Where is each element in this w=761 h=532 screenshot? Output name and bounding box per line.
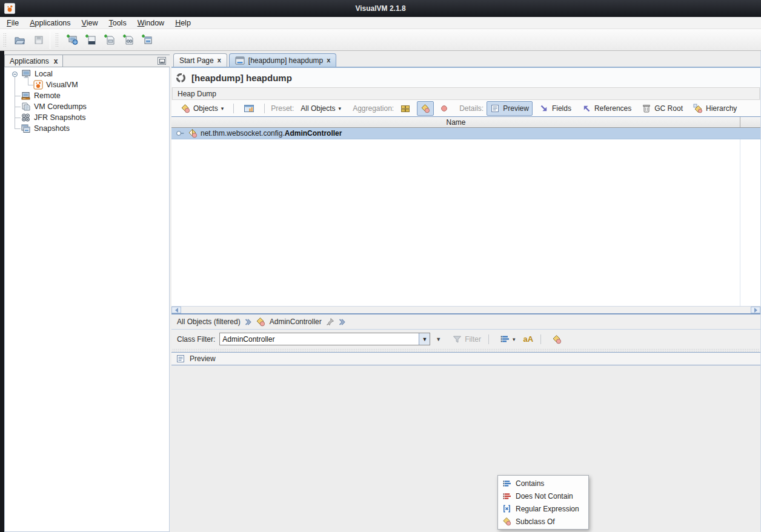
- heap-properties-button[interactable]: [240, 101, 258, 116]
- menu-view[interactable]: View: [76, 18, 104, 28]
- menu-item-label: Contains: [516, 479, 544, 488]
- window-title: VisualVM 2.1.8: [0, 4, 761, 13]
- details-references-toggle[interactable]: References: [578, 101, 635, 116]
- preview-panel-header[interactable]: Preview: [171, 352, 760, 365]
- pin-icon[interactable]: [326, 318, 334, 326]
- menu-window[interactable]: Window: [132, 18, 170, 28]
- subclass-icon: [502, 517, 511, 526]
- table-row-admincontroller[interactable]: net.thm.websocket.config.AdminController: [171, 128, 760, 139]
- fields-arrow-icon: [539, 104, 549, 113]
- menu-item-label: Does Not Contain: [516, 492, 573, 500]
- scroll-left-button[interactable]: [171, 307, 181, 313]
- class-icon: [188, 128, 198, 138]
- add-jmx-connection-icon: [85, 34, 97, 45]
- details-gcroot-toggle[interactable]: GC Root: [638, 101, 686, 116]
- match-case-button[interactable]: aA: [523, 334, 533, 344]
- document-tabs: Start Page x [heapdump] heapdump x: [171, 51, 760, 68]
- menu-file[interactable]: File: [1, 18, 24, 28]
- menu-item-regular-expression[interactable]: Regular Expression: [499, 502, 588, 515]
- tree-item-vm-coredumps[interactable]: VM Coredumps: [5, 101, 169, 112]
- add-jmx-connection-button[interactable]: [82, 32, 99, 48]
- references-toggle-label: References: [594, 104, 631, 113]
- aggregation-classes-button[interactable]: [417, 101, 434, 116]
- add-jfr-snapshot-button[interactable]: [120, 32, 136, 48]
- chevron-icon[interactable]: [339, 318, 345, 326]
- class-filter-row: Class Filter: ▼ ▼ Filter ▾: [171, 330, 760, 348]
- preset-dropdown[interactable]: All Objects ▾: [297, 102, 345, 115]
- main-toolbar: [0, 29, 761, 51]
- collapse-handle-icon[interactable]: [12, 71, 18, 78]
- tree-item-snapshots[interactable]: Snapshots: [5, 123, 169, 134]
- filter-apply-button[interactable]: Filter: [453, 335, 481, 344]
- filter-history-dropdown[interactable]: ▼: [434, 336, 442, 342]
- class-icon: [552, 334, 562, 344]
- fields-toggle-label: Fields: [552, 104, 571, 113]
- page-title: [heapdump] heapdump: [191, 73, 292, 83]
- objects-dropdown-button[interactable]: Objects ▾: [177, 101, 227, 116]
- close-icon[interactable]: x: [218, 58, 221, 63]
- add-app-snapshot-icon: [141, 34, 153, 45]
- toolbar-drag-handle[interactable]: [55, 33, 59, 47]
- chevron-down-icon: ▾: [339, 106, 342, 111]
- menu-item-contains[interactable]: Contains: [499, 477, 588, 490]
- tab-heapdump[interactable]: [heapdump] heapdump x: [229, 53, 337, 67]
- preview-icon: [176, 354, 185, 364]
- toolbar-drag-handle[interactable]: [3, 33, 7, 47]
- hierarchy-toggle-label: Hierarchy: [706, 104, 737, 113]
- tree-item-label: VM Coredumps: [34, 102, 87, 111]
- menu-tools[interactable]: Tools: [103, 18, 131, 28]
- heap-dump-section-bar: Heap Dump: [172, 87, 760, 100]
- menu-applications[interactable]: Applications: [24, 18, 76, 28]
- bottom-fill: [171, 365, 760, 532]
- add-vm-coredump-button[interactable]: [101, 32, 118, 48]
- add-remote-host-button[interactable]: [64, 32, 80, 48]
- filter-button-label: Filter: [465, 335, 481, 344]
- tab-applications[interactable]: Applications x: [4, 55, 63, 67]
- applications-tree-panel: Local VisualVM Remo: [4, 67, 170, 532]
- add-app-snapshot-button[interactable]: [139, 32, 155, 48]
- chevron-down-icon: ▾: [221, 106, 224, 111]
- class-filter-input[interactable]: [220, 333, 419, 345]
- aggregation-instances-button[interactable]: [437, 102, 451, 115]
- vertical-scrollbar-track[interactable]: [740, 139, 740, 306]
- details-hierarchy-toggle[interactable]: Hierarchy: [690, 101, 740, 116]
- breadcrumb-root[interactable]: All Objects (filtered): [177, 318, 241, 326]
- horizontal-scrollbar[interactable]: [171, 306, 760, 314]
- filter-type-dropdown-button[interactable]: ▾: [496, 332, 519, 346]
- table-body[interactable]: [171, 139, 760, 306]
- table-corner-button[interactable]: [740, 117, 760, 127]
- filter-subclass-button[interactable]: [548, 332, 565, 347]
- details-fields-toggle[interactable]: Fields: [536, 101, 575, 116]
- column-header-name[interactable]: Name: [171, 117, 740, 127]
- tree-item-label: Remote: [34, 91, 61, 100]
- menu-item-does-not-contain[interactable]: Does Not Contain: [499, 490, 588, 502]
- arrow-left-icon: [173, 308, 178, 313]
- menu-item-subclass-of[interactable]: Subclass Of: [499, 515, 588, 528]
- instances-icon: [440, 105, 448, 112]
- funnel-icon: [453, 335, 462, 344]
- details-preview-toggle[interactable]: Preview: [487, 101, 533, 116]
- aggregation-packages-button[interactable]: [397, 101, 414, 116]
- chevron-icon: [245, 318, 251, 326]
- objects-label: Objects: [193, 104, 218, 113]
- menu-help[interactable]: Help: [170, 18, 196, 28]
- heap-toolbar: Objects ▾ Preset: All Objects ▾ Aggregat…: [171, 100, 760, 116]
- tree-item-visualvm[interactable]: VisualVM: [5, 79, 169, 90]
- scroll-right-button[interactable]: [751, 307, 760, 313]
- tab-start-page[interactable]: Start Page x: [173, 53, 227, 67]
- preview-icon: [490, 104, 500, 113]
- save-snapshot-button[interactable]: [30, 32, 47, 48]
- breadcrumb-selected[interactable]: AdminController: [270, 318, 322, 326]
- tree-item-remote[interactable]: Remote: [5, 90, 169, 101]
- close-icon[interactable]: x: [54, 58, 58, 64]
- tree-item-local[interactable]: Local: [5, 68, 169, 79]
- tree-item-jfr-snapshots[interactable]: JFR Snapshots: [5, 112, 169, 123]
- contains-icon: [502, 479, 511, 488]
- combo-dropdown-button[interactable]: ▼: [419, 333, 430, 345]
- load-snapshot-button[interactable]: [12, 32, 28, 48]
- minimize-sidebar-button[interactable]: [158, 57, 166, 65]
- close-icon[interactable]: x: [327, 58, 330, 63]
- expand-handle-icon[interactable]: [176, 130, 185, 136]
- add-vm-coredump-icon: [104, 34, 116, 45]
- tab-label: Start Page: [179, 56, 214, 65]
